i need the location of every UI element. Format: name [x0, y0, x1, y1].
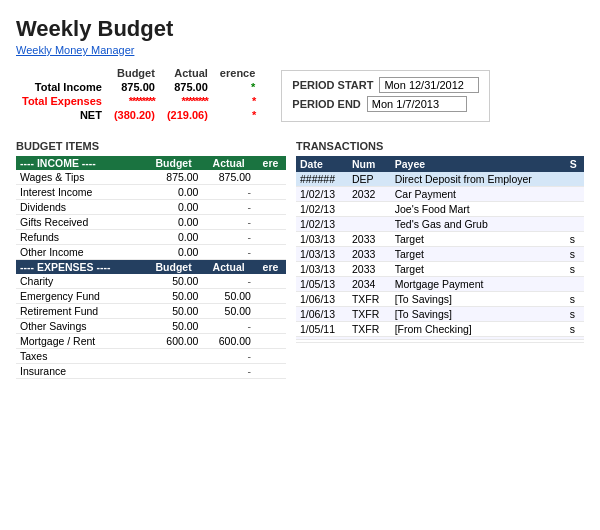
budget-items-section: BUDGET ITEMS ---- INCOME ---- Budget Act…: [16, 140, 286, 379]
income-col-actual: Actual: [202, 156, 254, 170]
expenses-asterisk: *: [252, 95, 255, 107]
table-row: 1/05/132034Mortgage Payment: [296, 277, 584, 292]
table-row: 1/03/132033Targets: [296, 262, 584, 277]
table-row: Refunds0.00-: [16, 230, 286, 245]
total-expenses-actual: ********: [161, 94, 214, 108]
total-income-budget: 875.00: [108, 80, 161, 94]
budget-section-title: BUDGET ITEMS: [16, 140, 286, 152]
table-row: Wages & Tips875.00875.00: [16, 170, 286, 185]
income-col-budget: Budget: [145, 156, 203, 170]
page-title: Weekly Budget: [16, 16, 584, 42]
expenses-header: ---- EXPENSES ----: [16, 260, 145, 275]
total-income-label: Total Income: [16, 80, 108, 94]
income-asterisk: *: [251, 81, 255, 93]
table-row: Dividends0.00-: [16, 200, 286, 215]
tx-col-payee: Payee: [391, 156, 566, 172]
table-row: 1/02/132032Car Payment: [296, 187, 584, 202]
tx-payee: Direct Deposit from Employer: [391, 172, 566, 187]
table-row: 1/03/132033Targets: [296, 247, 584, 262]
period-end-label: PERIOD END: [292, 98, 360, 110]
tx-date: ######: [296, 172, 348, 187]
transactions-section: TRANSACTIONS Date Num Payee S ###### DEP…: [296, 140, 584, 379]
period-section: PERIOD START Mon 12/31/2012 PERIOD END M…: [281, 70, 490, 122]
period-end-value: Mon 1/7/2013: [367, 96, 467, 112]
income-header: ---- INCOME ----: [16, 156, 145, 170]
net-actual: (219.06): [161, 108, 214, 122]
table-row: Emergency Fund50.0050.00: [16, 289, 286, 304]
table-row: Interest Income0.00-: [16, 185, 286, 200]
total-income-actual: 875.00: [161, 80, 214, 94]
table-row: 1/02/13Ted's Gas and Grub: [296, 217, 584, 232]
table-row: 1/02/13Joe's Food Mart: [296, 202, 584, 217]
table-row: Gifts Received0.00-: [16, 215, 286, 230]
table-row: Taxes-: [16, 349, 286, 364]
net-label: NET: [16, 108, 108, 122]
expenses-col-diff: ere: [255, 260, 286, 275]
expenses-col-actual: Actual: [202, 260, 254, 275]
summary-actual-header: Actual: [161, 66, 214, 80]
transactions-section-title: TRANSACTIONS: [296, 140, 584, 152]
table-row: 1/06/13TXFR[To Savings]s: [296, 292, 584, 307]
income-col-diff: ere: [255, 156, 286, 170]
tx-col-num: Num: [348, 156, 391, 172]
total-expenses-label: Total Expenses: [16, 94, 108, 108]
net-budget: (380.20): [108, 108, 161, 122]
tx-num: DEP: [348, 172, 391, 187]
period-start-value: Mon 12/31/2012: [379, 77, 479, 93]
tx-s: [566, 172, 584, 187]
expenses-col-budget: Budget: [145, 260, 203, 275]
table-row: Other Income0.00-: [16, 245, 286, 260]
table-row: Other Savings50.00-: [16, 319, 286, 334]
net-asterisk: *: [252, 109, 255, 121]
summary-budget-header: Budget: [108, 66, 161, 80]
table-row: 1/03/132033Targets: [296, 232, 584, 247]
table-row: 1/06/13TXFR[To Savings]s: [296, 307, 584, 322]
tx-col-date: Date: [296, 156, 348, 172]
table-row: Insurance-: [16, 364, 286, 379]
table-row: ###### DEP Direct Deposit from Employer: [296, 172, 584, 187]
table-row: Retirement Fund50.0050.00: [16, 304, 286, 319]
total-expenses-budget: ********: [108, 94, 161, 108]
tx-col-s: S: [566, 156, 584, 172]
period-start-label: PERIOD START: [292, 79, 373, 91]
subtitle-link[interactable]: Weekly Money Manager: [16, 44, 584, 56]
table-row: 1/05/11TXFR[From Checking]s: [296, 322, 584, 337]
table-row: Charity50.00-: [16, 274, 286, 289]
summary-section: Budget Actual erence Total Income 875.00…: [16, 66, 261, 122]
summary-diff-header: erence: [214, 66, 261, 80]
table-row: Mortgage / Rent600.00600.00: [16, 334, 286, 349]
table-row: [296, 340, 584, 343]
